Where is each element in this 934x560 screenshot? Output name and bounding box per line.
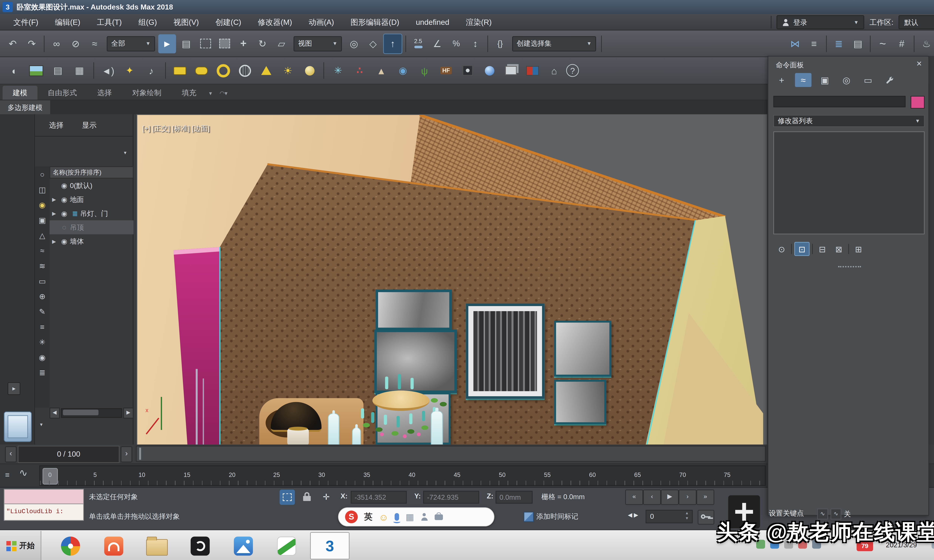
redo-button[interactable]: ↷ bbox=[23, 34, 40, 53]
display-geometry-icon[interactable]: ≋ bbox=[37, 260, 48, 272]
object-color-swatch[interactable] bbox=[911, 96, 925, 109]
explorer-column-header[interactable]: 名称(按升序排序) bbox=[49, 166, 133, 178]
modifier-stack[interactable] bbox=[773, 131, 925, 234]
rectangular-selection-button[interactable] bbox=[196, 34, 214, 53]
building-icon[interactable]: ⌂ bbox=[544, 61, 564, 80]
prev-frame-icon[interactable]: ‹ bbox=[5, 446, 17, 462]
maxscript-listener-white[interactable]: "LiuCloudLib i: bbox=[4, 504, 84, 521]
eye-icon[interactable]: ◉ bbox=[59, 237, 70, 245]
image-icon[interactable] bbox=[27, 61, 46, 80]
sogou-logo-icon[interactable]: S bbox=[345, 511, 358, 523]
gear-sphere-icon[interactable]: ◉ bbox=[393, 61, 413, 80]
help-icon[interactable]: ? bbox=[566, 64, 579, 77]
remove-modifier-button[interactable]: ⊠ bbox=[832, 243, 846, 255]
toggle-ribbon-button[interactable]: ▤ bbox=[849, 34, 867, 53]
green-brush-app-icon[interactable] bbox=[267, 532, 306, 560]
orange-app-icon[interactable] bbox=[94, 532, 133, 560]
ribbon-minimize-icon[interactable]: ◠▾ bbox=[219, 90, 227, 97]
toolbox-icon[interactable] bbox=[434, 514, 442, 520]
set-key-mode-button[interactable] bbox=[698, 510, 714, 525]
list-item-ceiling[interactable]: ◌ 吊顶 bbox=[49, 220, 133, 234]
molecule-icon[interactable]: ∴ bbox=[350, 61, 369, 80]
picture-frame-4[interactable] bbox=[554, 380, 606, 424]
set-key-label[interactable]: 设置关键点 bbox=[769, 509, 804, 518]
eye-icon[interactable]: ◌ bbox=[59, 223, 70, 231]
list-item-chandelier-door[interactable]: ▶ ◉ ≣ 吊灯、门 bbox=[49, 206, 133, 220]
decor-bottle-2[interactable] bbox=[431, 411, 443, 446]
list-item-floor[interactable]: ▶ ◉ 地面 bbox=[49, 192, 133, 206]
time-slider-ruler[interactable]: 0 5 10 15 20 25 30 35 40 45 50 55 60 65 … bbox=[39, 466, 766, 486]
next-frame-icon[interactable]: › bbox=[121, 446, 132, 462]
keyboard-icon[interactable]: ▦ bbox=[405, 512, 414, 522]
edit-named-selections-button[interactable]: {} bbox=[491, 34, 509, 53]
eye-icon[interactable]: ◉ bbox=[59, 209, 70, 217]
select-scale-button[interactable]: ▱ bbox=[273, 34, 290, 53]
tab-create[interactable]: + bbox=[773, 73, 790, 87]
bind-spacewarp-icon[interactable]: ≈ bbox=[86, 34, 103, 53]
decor-bottle-3[interactable] bbox=[352, 427, 361, 446]
curve-editor-button[interactable]: ~ bbox=[874, 34, 891, 53]
add-time-tag[interactable]: 添加时间标记 bbox=[536, 512, 578, 522]
go-to-start-button[interactable]: « bbox=[625, 490, 643, 505]
circle-shape-icon[interactable] bbox=[214, 61, 233, 80]
show-end-result-button[interactable]: ⊡ bbox=[794, 242, 809, 256]
sign-in-dropdown[interactable]: 登录 ▼ bbox=[777, 15, 864, 29]
sun-light-icon[interactable]: ☀ bbox=[278, 61, 297, 80]
list-icon[interactable]: ▤ bbox=[48, 61, 68, 80]
y-coordinate-field[interactable]: -7242.935 bbox=[423, 491, 479, 504]
ribbon-tab-object-paint[interactable]: 对象绘制 bbox=[122, 86, 171, 100]
explorer-more-icon[interactable]: ▾ bbox=[40, 422, 43, 428]
menu-edit[interactable]: 编辑(E) bbox=[46, 14, 89, 30]
perspective-viewport[interactable]: x [+] [正交] [标准] [边面] bbox=[137, 114, 767, 447]
mirror-button[interactable]: ⋈ bbox=[786, 34, 804, 53]
panel-resize-handle[interactable] bbox=[838, 266, 861, 267]
named-selection-sets-dropdown[interactable]: 创建选择集 ▼ bbox=[512, 36, 596, 51]
spinner-snap-button[interactable]: ↕ bbox=[467, 34, 484, 53]
expand-arrow-icon[interactable]: ▶ bbox=[49, 197, 59, 202]
tab-utilities[interactable] bbox=[881, 73, 898, 87]
snowflake-icon[interactable]: ✳ bbox=[328, 61, 348, 80]
picture-frame-3[interactable] bbox=[554, 321, 611, 377]
display-helpers-icon[interactable]: △ bbox=[37, 230, 48, 241]
render-setup-button[interactable]: ♨ bbox=[917, 34, 934, 53]
display-cameras-icon[interactable]: ▣ bbox=[37, 215, 48, 226]
workspace-dropdown[interactable]: 默认 ▼ bbox=[899, 15, 934, 29]
ribbon-overflow-icon[interactable]: ▾ bbox=[209, 90, 212, 97]
next-frame-button[interactable]: › bbox=[679, 490, 697, 505]
display-frozen-icon[interactable]: ✳ bbox=[37, 337, 48, 348]
expand-arrow-icon[interactable]: ▶ bbox=[49, 211, 59, 216]
speaker-icon[interactable]: ◄) bbox=[99, 61, 117, 80]
menu-modifiers[interactable]: 修改器(M) bbox=[250, 14, 301, 30]
pinwheel-app-icon[interactable] bbox=[51, 532, 90, 560]
display-children-icon[interactable]: ◫ bbox=[37, 184, 48, 195]
menu-create[interactable]: 创建(C) bbox=[207, 14, 250, 30]
blue-sphere-icon[interactable] bbox=[480, 61, 499, 80]
ribbon-tab-freeform[interactable]: 自由形式 bbox=[37, 86, 87, 100]
display-spacewarps-icon[interactable]: ≈ bbox=[37, 245, 48, 257]
display-lights-icon[interactable]: ◉ bbox=[37, 199, 48, 211]
selection-lock-icon[interactable] bbox=[302, 492, 313, 502]
select-by-name-button[interactable]: ▤ bbox=[177, 34, 195, 53]
configure-modifier-sets-button[interactable]: ⊞ bbox=[851, 243, 865, 255]
modifier-list-dropdown[interactable]: 修改器列表 ▼ bbox=[773, 115, 925, 127]
angle-snap-button[interactable]: ∠ bbox=[428, 34, 446, 53]
eye-icon[interactable]: ◉ bbox=[59, 195, 70, 203]
dark-tool-icon[interactable] bbox=[458, 61, 477, 80]
display-materials-icon[interactable]: ⊕ bbox=[37, 291, 48, 302]
coordinate-system-dropdown[interactable]: 视图 ▼ bbox=[294, 36, 342, 51]
polygon-modeling-panel[interactable]: 多边形建模 bbox=[0, 100, 50, 114]
layer-explorer-button[interactable]: ≣ bbox=[830, 34, 848, 53]
sogou-ime-bar[interactable]: S 英 ☺ ▦ bbox=[338, 508, 495, 526]
explorer-hscrollbar[interactable]: ◀ ▶ bbox=[49, 408, 133, 418]
track-strip[interactable] bbox=[136, 446, 766, 462]
dark-app-icon[interactable] bbox=[180, 532, 220, 560]
hair-fur-icon[interactable]: HF bbox=[436, 61, 456, 80]
viewport-label[interactable]: [+] [正交] [标准] [边面] bbox=[142, 124, 210, 133]
photo-stack-icon[interactable] bbox=[501, 61, 521, 80]
mini-curve-editor-icon[interactable]: ∿ bbox=[19, 467, 28, 479]
image-viewer-app-icon[interactable] bbox=[223, 532, 263, 560]
expand-arrow-icon[interactable]: ▶ bbox=[49, 238, 59, 244]
file-manager-app-icon[interactable] bbox=[137, 532, 177, 560]
scrollbar-thumb[interactable] bbox=[63, 409, 99, 415]
tab-modify[interactable]: ≈ bbox=[795, 73, 811, 87]
